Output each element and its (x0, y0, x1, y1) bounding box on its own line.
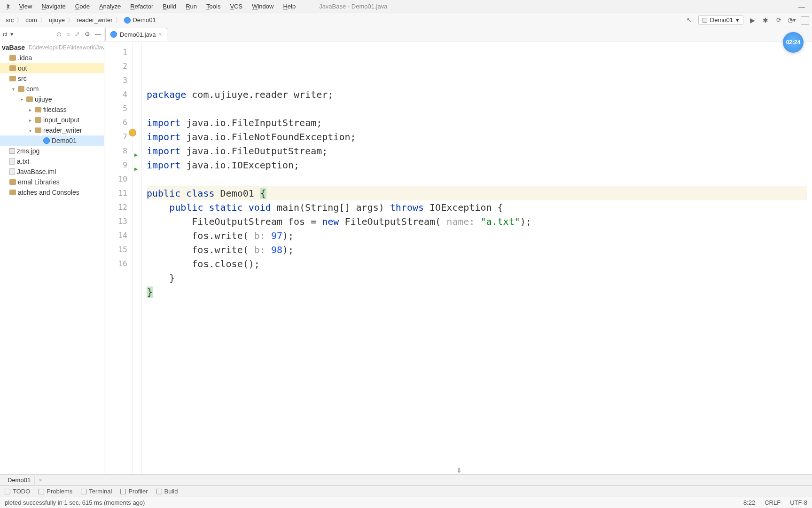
tree-row[interactable]: ▸fileclass (0, 104, 104, 115)
tree-row[interactable]: src (0, 73, 104, 84)
chevron-down-icon[interactable]: ▾ (10, 87, 16, 92)
todo-tool-button[interactable]: TODO (5, 488, 30, 495)
line-number[interactable]: 5 (106, 102, 127, 116)
presentation-clock-badge[interactable]: 02:24 (783, 32, 804, 53)
chevron-right-icon[interactable]: ▸ (27, 118, 33, 123)
menu-refactor[interactable]: Refactor (125, 1, 158, 12)
tree-row[interactable]: atches and Consoles (0, 187, 104, 198)
code-line[interactable]: } (147, 271, 807, 285)
crumb-class[interactable]: Demo01 (133, 16, 156, 24)
profile-icon[interactable]: ◔▾ (788, 16, 796, 24)
line-number[interactable]: 1 (106, 45, 127, 59)
code-line[interactable]: import java.io.FileInputStream; (147, 116, 807, 130)
line-number[interactable]: 6 (106, 116, 127, 130)
code-line[interactable]: fos.close(); (147, 257, 807, 271)
stop-icon[interactable] (801, 16, 809, 24)
run-gutter-icon[interactable]: ▶ (134, 162, 138, 176)
tree-row[interactable]: ernal Libraries (0, 177, 104, 187)
line-number[interactable]: 12 (106, 200, 127, 214)
tree-row[interactable]: ▾ujiuye (0, 94, 104, 104)
debug-icon[interactable]: ✱ (761, 16, 770, 24)
profiler-tool-button[interactable]: Profiler (120, 488, 148, 495)
code-line[interactable] (147, 299, 807, 313)
chevron-down-icon[interactable]: ▾ (27, 128, 33, 133)
code-line[interactable]: public static void main(String[] args) t… (147, 200, 807, 214)
crumb-reader-writer[interactable]: reader_writer (77, 16, 113, 24)
editor-tab[interactable]: Demo01.java × (105, 28, 167, 41)
code-line[interactable]: import java.io.IOException; (147, 158, 807, 172)
menu-item[interactable]: it (2, 1, 15, 12)
line-ending[interactable]: CRLF (765, 499, 781, 506)
encoding[interactable]: UTF-8 (790, 499, 807, 506)
run-play-icon[interactable]: ▶ (748, 16, 757, 24)
run-gutter-icon[interactable]: ▶ (134, 148, 138, 162)
menu-vcs[interactable]: VCS (225, 1, 247, 12)
code-line[interactable]: } (147, 285, 807, 299)
terminal-tool-button[interactable]: Terminal (81, 488, 112, 495)
tree-row[interactable]: .idea (0, 53, 104, 63)
line-number[interactable]: 2 (106, 59, 127, 73)
line-number[interactable]: 16 (106, 257, 127, 271)
code-line[interactable]: import java.io.FileOutputStream; (147, 144, 807, 158)
collapse-icon[interactable]: ⤢ (75, 31, 80, 38)
close-icon[interactable]: × (159, 31, 162, 38)
line-number[interactable]: 9 (106, 158, 127, 172)
breadcrumb[interactable]: src〉 com〉 ujiuye〉 reader_writer〉 Demo01 (3, 15, 159, 25)
tree-row[interactable]: ▾com (0, 84, 104, 94)
resize-handle-icon[interactable]: ⇕ (456, 467, 460, 474)
code-line[interactable]: package com.ujiuye.reader_writer; (147, 87, 807, 102)
code-line[interactable] (147, 102, 807, 116)
target-icon[interactable]: ⊙ (56, 31, 62, 38)
intention-bulb-icon[interactable] (129, 129, 136, 136)
code-line[interactable] (147, 172, 807, 186)
menu-run[interactable]: Run (181, 1, 202, 12)
crumb-com[interactable]: com (25, 16, 37, 24)
menu-code[interactable]: Code (70, 1, 94, 12)
line-number[interactable]: 11 (106, 186, 127, 200)
code-line[interactable]: FileOutputStream fos = new FileOutputStr… (147, 214, 807, 229)
tree-row[interactable]: zms.jpg (0, 146, 104, 156)
run-config-dropdown[interactable]: Demo01 ▾ (698, 15, 743, 25)
tree-row[interactable]: a.txt (0, 156, 104, 167)
code-line[interactable]: fos.write( b: 97); (147, 229, 807, 243)
line-number[interactable]: 13 (106, 214, 127, 229)
project-tree[interactable]: vaBase D:\develop\IDEA\ideawork\Jav .ide… (0, 41, 104, 474)
gear-icon[interactable]: ⚙ (85, 31, 90, 38)
tree-row[interactable]: ▾reader_writer (0, 125, 104, 135)
chevron-down-icon[interactable]: ▾ (19, 97, 24, 102)
tree-row[interactable]: ▸input_output (0, 115, 104, 125)
problems-tool-button[interactable]: Problems (39, 488, 72, 495)
line-number[interactable]: 15 (106, 243, 127, 257)
line-number[interactable]: 8 (106, 144, 127, 158)
build-hammer-icon[interactable]: ↖ (685, 16, 694, 24)
line-number[interactable]: 10 (106, 172, 127, 186)
tree-root[interactable]: vaBase D:\develop\IDEA\ideawork\Jav (0, 42, 104, 53)
line-number[interactable]: 3 (106, 73, 127, 87)
menu-window[interactable]: Window (247, 1, 278, 12)
code-editor[interactable]: 12345678910111213141516 ▶▶ package com.u… (104, 41, 812, 474)
tree-row[interactable]: Demo01 (0, 135, 104, 146)
chevron-down-icon[interactable]: ▾ (10, 31, 14, 38)
close-icon[interactable]: × (39, 476, 42, 484)
menu-build[interactable]: Build (158, 1, 181, 12)
expand-icon[interactable]: ≡ (66, 31, 70, 38)
tree-row[interactable]: out (0, 63, 104, 73)
run-tab[interactable]: Demo01 (4, 476, 35, 484)
menu-tools[interactable]: Tools (202, 1, 225, 12)
menu-view[interactable]: View (15, 1, 37, 12)
code-area[interactable]: package com.ujiuye.reader_writer;import … (142, 41, 812, 474)
build-tool-button[interactable]: Build (156, 488, 178, 495)
crumb-src[interactable]: src (6, 16, 14, 24)
run-coverage-icon[interactable]: ⟳ (774, 16, 783, 24)
line-number[interactable]: 14 (106, 229, 127, 243)
crumb-ujiuye[interactable]: ujiuye (49, 16, 65, 24)
code-line[interactable]: import java.io.FileNotFoundException; (147, 130, 807, 144)
line-number[interactable]: 4 (106, 87, 127, 102)
chevron-right-icon[interactable]: ▸ (27, 107, 33, 112)
project-dropdown[interactable]: ct (3, 31, 8, 38)
menu-analyze[interactable]: Analyze (94, 1, 125, 12)
minimize-icon[interactable]: — (793, 1, 810, 12)
code-line[interactable]: fos.write( b: 98); (147, 243, 807, 257)
tree-row[interactable]: JavaBase.iml (0, 167, 104, 177)
code-line[interactable]: public class Demo01 { (147, 186, 807, 200)
